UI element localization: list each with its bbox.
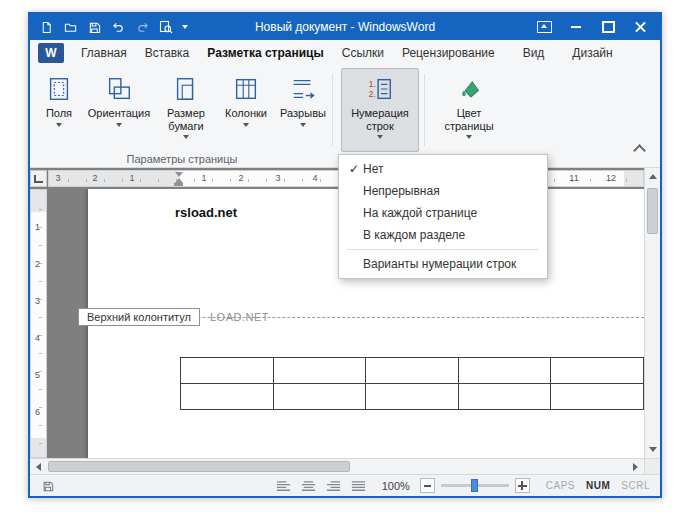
plus-icon [518, 481, 527, 490]
align-center-button[interactable] [300, 478, 318, 493]
open-button[interactable] [62, 19, 78, 35]
table-cell[interactable] [458, 358, 551, 384]
table-cell[interactable] [458, 384, 551, 410]
table-cell[interactable] [181, 384, 274, 410]
ribbon-group-divider [424, 74, 425, 146]
arrow-up-icon [649, 174, 657, 179]
tab-page-layout[interactable]: Разметка страницы [198, 41, 332, 65]
num-lock-indicator: NUM [586, 480, 610, 491]
print-preview-button[interactable] [158, 19, 174, 35]
popout-icon [537, 21, 552, 33]
line-numbering-menu: ✓ Нет Непрерывная На каждой странице В к… [338, 154, 548, 279]
ribbon-button-label: Колонки [225, 107, 267, 120]
table-cell[interactable] [273, 384, 366, 410]
minimize-button[interactable] [568, 19, 584, 35]
align-right-icon [326, 480, 341, 492]
undo-button[interactable] [110, 19, 126, 35]
page-color-button[interactable]: Цвет страницы [436, 68, 502, 152]
align-right-button[interactable] [325, 478, 343, 493]
scroll-right-button[interactable] [628, 459, 643, 474]
scroll-up-button[interactable] [645, 169, 660, 184]
collapse-ribbon-icon[interactable] [633, 144, 646, 157]
table-cell[interactable] [273, 358, 366, 384]
page-break-icon [288, 74, 318, 104]
margins-icon [44, 74, 74, 104]
document-table [180, 357, 644, 410]
line-numbering-icon: 1.2. [365, 74, 395, 104]
ruler-number: 11 [569, 173, 578, 183]
ruler-number: 4 [35, 333, 40, 343]
dropdown-caret-icon [183, 135, 189, 139]
horizontal-scrollbar[interactable] [30, 458, 644, 474]
save-button[interactable] [86, 19, 102, 35]
zoom-slider-thumb[interactable] [471, 479, 478, 492]
scrollbar-corner [644, 458, 660, 474]
table-cell[interactable] [551, 358, 644, 384]
menu-item-continuous[interactable]: Непрерывная [339, 180, 547, 202]
menu-item-none[interactable]: ✓ Нет [339, 158, 547, 180]
ribbon-button-label: Ориентация [88, 107, 150, 120]
zoom-value: 100% [382, 480, 410, 492]
file-menu-button[interactable]: W [38, 43, 64, 63]
ribbon-button-label: Нумерация строк [342, 107, 418, 132]
table-cell[interactable] [551, 384, 644, 410]
document-body-text: rsload.net [175, 205, 237, 220]
vertical-scrollbar-thumb[interactable] [647, 188, 658, 234]
scroll-left-button[interactable] [31, 459, 46, 474]
line-numbering-button[interactable]: 1.2. Нумерация строк [341, 68, 419, 152]
tab-home[interactable]: Главная [72, 41, 136, 65]
tab-design[interactable]: Дизайн [563, 41, 621, 65]
new-document-button[interactable] [38, 19, 54, 35]
tab-view[interactable]: Вид [514, 41, 554, 65]
open-folder-icon [64, 21, 77, 34]
dropdown-caret-icon [116, 123, 122, 127]
ribbon-tab-bar: W Главная Вставка Разметка страницы Ссыл… [30, 40, 660, 66]
align-justify-icon [351, 480, 366, 492]
indent-marker[interactable] [174, 172, 183, 186]
menu-item-label: Нет [363, 162, 383, 176]
ruler-number: 12 [606, 173, 616, 183]
redo-icon [136, 21, 149, 34]
align-justify-button[interactable] [350, 478, 368, 493]
zoom-out-button[interactable] [420, 478, 435, 493]
vertical-ruler: 1 2 3 4 5 6 [30, 189, 47, 458]
vertical-scrollbar[interactable] [644, 168, 660, 458]
dropdown-caret-icon [300, 123, 306, 127]
close-button[interactable] [632, 19, 648, 35]
orientation-button[interactable]: Ориентация [85, 68, 153, 152]
margins-button[interactable]: Поля [36, 68, 82, 152]
statusbar: 100% CAPS NUM SCRL [30, 474, 660, 496]
caps-lock-indicator: CAPS [546, 480, 575, 491]
scroll-lock-indicator: SCRL [621, 480, 650, 491]
menu-item-each-page[interactable]: На каждой странице [339, 202, 547, 224]
table-cell[interactable] [181, 358, 274, 384]
paper-size-button[interactable]: Размер бумаги [156, 68, 216, 152]
align-left-button[interactable] [275, 478, 293, 493]
table-cell[interactable] [366, 384, 459, 410]
maximize-button[interactable] [600, 19, 616, 35]
columns-button[interactable]: Колонки [219, 68, 273, 152]
ribbon-button-label: Поля [46, 107, 72, 120]
ribbon-button-label: Размер бумаги [157, 107, 215, 132]
scroll-down-button[interactable] [645, 442, 660, 457]
ribbon-group-label: Параметры страницы [36, 153, 328, 165]
tab-selector[interactable] [30, 170, 47, 187]
ribbon-button-label: Разрывы [280, 107, 326, 120]
horizontal-scrollbar-thumb[interactable] [48, 461, 350, 472]
menu-item-line-numbering-options[interactable]: Варианты нумерации строк [339, 253, 547, 275]
toolbar-dropdown-caret-icon[interactable] [182, 25, 188, 29]
popout-button[interactable] [536, 19, 552, 35]
preview-icon [159, 20, 173, 34]
new-document-icon [40, 21, 53, 34]
header-text: LOAD.NET [210, 311, 269, 323]
zoom-slider[interactable] [441, 484, 509, 487]
redo-button[interactable] [134, 19, 150, 35]
zoom-in-button[interactable] [515, 478, 530, 493]
menu-item-each-section[interactable]: В каждом разделе [339, 224, 547, 246]
tab-review[interactable]: Рецензирование [393, 41, 504, 65]
tab-references[interactable]: Ссылки [333, 41, 393, 65]
breaks-button[interactable]: Разрывы [276, 68, 330, 152]
table-cell[interactable] [366, 358, 459, 384]
statusbar-save-button[interactable] [40, 478, 56, 494]
tab-insert[interactable]: Вставка [136, 41, 199, 65]
